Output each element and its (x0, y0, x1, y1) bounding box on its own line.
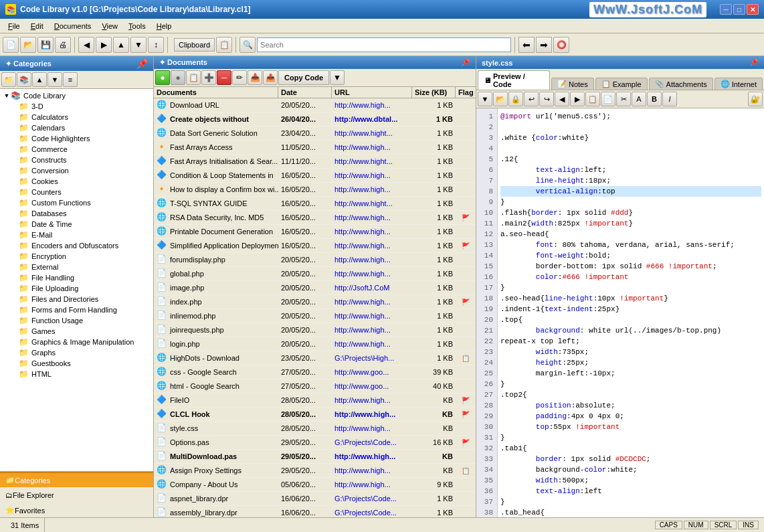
table-row[interactable]: 🔷 CLCL Hook 28/05/20... http://www.high.… (154, 408, 476, 422)
menu-edit[interactable]: Edit (25, 21, 49, 31)
cat-sort-button[interactable]: ≡ (63, 72, 78, 87)
tree-item[interactable]: 📁Cookies (0, 176, 153, 187)
menu-tools[interactable]: Tools (123, 21, 151, 31)
tab-internet[interactable]: 🌐 Internet (714, 78, 763, 90)
new-button[interactable]: 📄 (3, 37, 19, 53)
tree-item[interactable]: 📁Graphs (0, 347, 153, 358)
tree-item[interactable]: 📁Commerce (0, 144, 153, 155)
clipboard-icon[interactable]: 📋 (216, 37, 232, 53)
close-button[interactable]: ✕ (747, 4, 759, 15)
table-row[interactable]: 🔸 How to display a Confirm box wi... 16/… (154, 183, 476, 197)
code-undo-btn[interactable]: ↩ (524, 92, 539, 106)
tree-item[interactable]: 📁Guestbooks (0, 358, 153, 369)
doc-export-button[interactable]: 📤 (263, 70, 278, 85)
tree-item[interactable]: 📁Function Usage (0, 315, 153, 326)
up-button[interactable]: ▲ (113, 37, 129, 53)
doc-clipboard-button[interactable]: 📋 (186, 70, 201, 85)
code-paste-btn[interactable]: 📄 (601, 92, 615, 106)
code-italic-btn[interactable]: I (662, 92, 677, 106)
tree-item[interactable]: 📁Date & Time (0, 219, 153, 230)
clipboard-button[interactable]: Clipboard (174, 38, 215, 52)
table-row[interactable]: 📄 assembly_library.dpr 16/06/20... G:\Pr… (154, 506, 476, 517)
col-documents[interactable]: Documents (154, 87, 278, 98)
tree-item[interactable]: 📁Code Highlighters (0, 133, 153, 144)
tab-categories[interactable]: 📁 Categories (0, 472, 153, 487)
col-size[interactable]: Size (KB) (412, 87, 456, 98)
code-copy-btn[interactable]: 📋 (585, 92, 600, 106)
print-button[interactable]: 🖨 (55, 37, 71, 53)
tree-item[interactable]: 📁Databases (0, 208, 153, 219)
tree-item[interactable]: 📁HTML (0, 369, 153, 379)
table-row[interactable]: 📄 aspnet_library.dpr 16/06/20... G:\Proj… (154, 492, 476, 506)
tree-item[interactable]: 📁Calculators (0, 112, 153, 122)
code-content[interactable]: @import url('menu5.css'); .white {color:… (498, 108, 764, 517)
save-button[interactable]: 💾 (37, 37, 54, 53)
tab-preview-code[interactable]: 🖥 Preview / Code (478, 70, 550, 90)
cat-book-button[interactable]: 📚 (17, 72, 31, 87)
table-row[interactable]: 🌐 RSA Data Security, Inc. MD5 16/05/20..… (154, 211, 476, 225)
tree-item[interactable]: 📁Encoders and Obfuscators (0, 240, 153, 251)
nav-forward-button[interactable]: ➡ (536, 37, 552, 53)
table-row[interactable]: 🌐 Download URL 20/05/20... http://www.hi… (154, 98, 476, 112)
table-row[interactable]: 🔷 Create objects without 26/04/20... htt… (154, 112, 476, 126)
table-row[interactable]: 🌐 Data Sort Generic Solution 23/04/20...… (154, 126, 476, 141)
tab-notes[interactable]: 📝 Notes (551, 78, 594, 90)
code-lock-btn[interactable]: 🔒 (508, 92, 523, 106)
tab-file-explorer[interactable]: 🗂 File Explorer (0, 487, 153, 502)
tab-example[interactable]: 📋 Example (595, 78, 648, 90)
table-row[interactable]: 🔸 Fast Arrays Access 11/05/20... http://… (154, 141, 476, 155)
tree-item[interactable]: 📁Graphics & Image Manipulation (0, 337, 153, 347)
code-bold-btn[interactable]: B (647, 92, 662, 106)
code-open-btn[interactable]: 📂 (493, 92, 508, 106)
code-pin-icon[interactable]: 📌 (749, 58, 759, 67)
cat-down-button[interactable]: ▼ (47, 72, 62, 87)
table-row[interactable]: 🌐 Assign Proxy Settings 29/05/20... http… (154, 464, 476, 478)
nav-back-button[interactable]: ⬅ (518, 37, 535, 53)
code-font-btn[interactable]: A (632, 92, 646, 106)
menu-documents[interactable]: Documents (49, 21, 97, 31)
table-row[interactable]: 📄 inlinemod.php 20/05/20... http://www.h… (154, 309, 476, 323)
categories-pin-icon[interactable]: 📌 (136, 58, 148, 69)
menu-view[interactable]: View (96, 21, 123, 31)
documents-pin-icon[interactable]: 📌 (461, 58, 470, 67)
tree-item[interactable]: 📁3-D (0, 101, 153, 112)
table-row[interactable]: 🔷 Simplified Application Deployment 16/0… (154, 239, 476, 253)
down-button[interactable]: ▼ (130, 37, 147, 53)
table-row[interactable]: 🔷 Condition & Loop Statements in 16/05/2… (154, 169, 476, 183)
table-row[interactable]: 🌐 Company - About Us 05/06/20... http://… (154, 478, 476, 492)
table-row[interactable]: 📄 MultiDownload.pas 29/05/20... http://w… (154, 450, 476, 464)
back-button[interactable]: ◀ (78, 37, 94, 53)
col-date[interactable]: Date (278, 87, 332, 98)
table-row[interactable]: 🌐 css - Google Search 27/05/20... http:/… (154, 365, 476, 379)
code-redo-btn[interactable]: ↪ (539, 92, 554, 106)
col-url[interactable]: URL (332, 87, 412, 98)
tree-item[interactable]: 📁E-Mail (0, 230, 153, 240)
table-row[interactable]: 📄 forumdisplay.php 20/05/20... http://ww… (154, 253, 476, 267)
doc-import-button[interactable]: 📥 (248, 70, 262, 85)
tree-item[interactable]: 📁Files and Directories (0, 294, 153, 304)
forward-button[interactable]: ▶ (96, 37, 112, 53)
tree-item[interactable]: 📁File Uploading (0, 283, 153, 294)
code-cut-btn[interactable]: ✂ (616, 92, 631, 106)
table-row[interactable]: 🔷 Fast Arrays Initialisation & Sear... 1… (154, 155, 476, 169)
doc-add-green-button[interactable]: ● (155, 70, 170, 85)
table-row[interactable]: 📄 Options.pas 29/05/20... G:\Projects\Co… (154, 436, 476, 450)
open-button[interactable]: 📂 (20, 37, 36, 53)
cat-add-button[interactable]: 📁 (1, 72, 16, 87)
doc-options-button[interactable]: ▼ (330, 70, 345, 85)
menu-help[interactable]: Help (151, 21, 177, 31)
table-row[interactable]: 🌐 html - Google Search 27/05/20... http:… (154, 379, 476, 393)
tree-item[interactable]: 📁Custom Functions (0, 197, 153, 208)
maximize-button[interactable]: □ (733, 4, 745, 15)
code-back-btn[interactable]: ◀ (555, 92, 569, 106)
table-row[interactable]: 🔷 FileIO 28/05/20... http://www.high... … (154, 393, 476, 408)
tree-item[interactable]: 📁Constructs (0, 155, 153, 165)
minimize-button[interactable]: ─ (720, 4, 732, 15)
tree-item[interactable]: 📁Encryption (0, 251, 153, 262)
table-row[interactable]: 🌐 HighDots - Download 23/05/20... G:\Pro… (154, 351, 476, 365)
sort-button[interactable]: ↕ (148, 37, 164, 53)
doc-add-gray-button[interactable]: ● (171, 70, 185, 85)
tree-item[interactable]: 📁Conversion (0, 165, 153, 176)
table-row[interactable]: 🌐 T-SQL SYNTAX GUIDE 16/05/20... http://… (154, 197, 476, 211)
table-row[interactable]: 📄 joinrequests.php 20/05/20... http://ww… (154, 323, 476, 337)
